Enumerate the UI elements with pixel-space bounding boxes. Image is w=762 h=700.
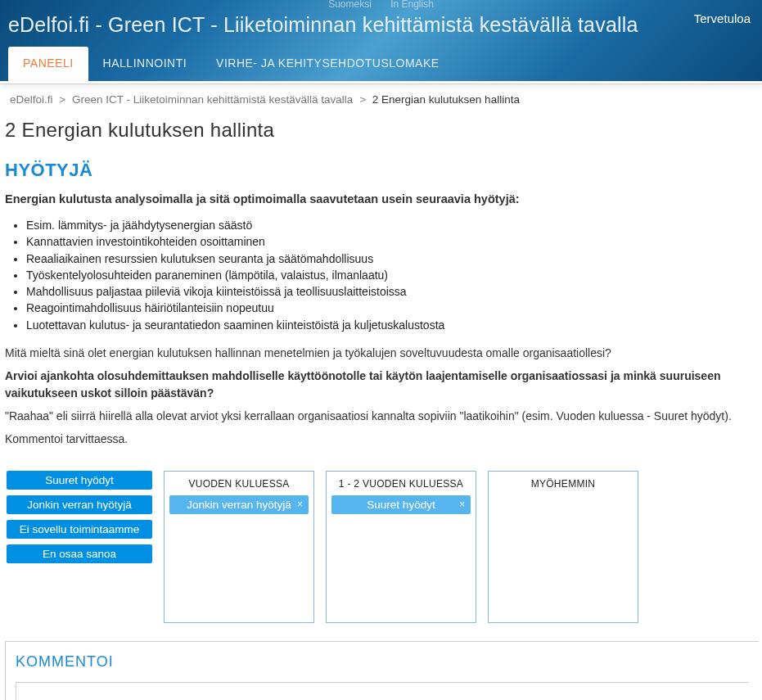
chip-jonkin-verran[interactable]: Jonkin verran hyötyjä [7,495,152,514]
comment-title: KOMMENTOI [16,653,749,671]
drop-col-myohemmin[interactable]: MYÖHEMMIN [488,471,638,623]
comment-section: KOMMENTOI [5,641,759,700]
section-heading: HYÖTYJÄ [5,160,759,181]
breadcrumb-sep: > [59,93,65,106]
drop-col-title: 1 - 2 VUODEN KULUESSA [331,478,471,490]
drag-board: Suuret hyödyt Jonkin verran hyötyjä Ei s… [7,471,759,623]
instruction-drag: "Raahaa" eli siirrä hiirellä alla olevat… [5,408,757,424]
comment-textarea[interactable] [16,682,749,700]
chip-ei-sovellu[interactable]: Ei sovellu toimintaamme [7,520,152,539]
header: Suomeksi In English Tervetuloa eDelfoi.f… [0,0,762,81]
lang-bar: Suomeksi In English [0,0,762,5]
drop-col-1-2-vuoden[interactable]: 1 - 2 VUODEN KULUESSA Suuret hyödyt × [326,471,476,623]
lang-fi-link[interactable]: Suomeksi [328,0,372,10]
dropped-chip[interactable]: Jonkin verran hyötyjä × [169,495,309,514]
breadcrumb-sep: > [359,93,366,106]
close-icon[interactable]: × [297,499,303,510]
benefits-list: Esim. lämmitys- ja jäähdytysenergian sää… [26,217,759,333]
chip-label: Jonkin verran hyötyjä [187,499,291,511]
list-item: Kannattavien investointikohteiden osoitt… [26,233,759,250]
source-column: Suuret hyödyt Jonkin verran hyötyjä Ei s… [7,471,152,623]
lang-en-link[interactable]: In English [390,0,434,10]
breadcrumb-project[interactable]: Green ICT - Liiketoiminnan kehittämistä … [72,93,353,106]
content: 2 Energian kulutuksen hallinta HYÖTYJÄ E… [0,119,762,700]
chip-suuret-hyodyt[interactable]: Suuret hyödyt [7,471,152,490]
page-title: 2 Energian kulutuksen hallinta [5,119,759,142]
chip-en-osaa-sanoa[interactable]: En osaa sanoa [7,544,152,563]
list-item: Luotettavan kulutus- ja seurantatiedon s… [26,317,759,333]
list-item: Työskentelyolosuhteiden paraneminen (läm… [26,267,759,283]
list-item: Reagointimahdollisuus häiriötilanteisiin… [26,300,759,316]
breadcrumb: eDelfoi.fi > Green ICT - Liiketoiminnan … [0,84,762,114]
welcome-label: Tervetuloa [694,11,751,25]
tab-hallinnointi[interactable]: HALLINNOINTI [88,47,201,81]
question-2: Arvioi ajankohta olosuhdemittauksen mahd… [5,368,757,401]
list-item: Esim. lämmitys- ja jäähdytysenergian sää… [26,217,759,233]
chip-label: Suuret hyödyt [367,499,435,511]
list-item: Reaaliaikainen resurssien kulutuksen seu… [26,251,759,267]
drop-col-title: MYÖHEMMIN [494,478,633,490]
tab-paneeli[interactable]: PANEELI [8,47,88,81]
tab-virhe[interactable]: VIRHE- JA KEHITYSEHDOTUSLOMAKE [201,47,454,81]
drop-col-vuoden-kuluessa[interactable]: VUODEN KULUESSA Jonkin verran hyötyjä × [164,471,314,623]
drop-col-title: VUODEN KULUESSA [169,478,309,490]
question-1: Mitä mieltä sinä olet energian kulutukse… [5,345,757,361]
list-item: Mahdollisuus paljastaa piileviä vikoja k… [26,283,759,300]
instruction-comment: Kommentoi tarvittaessa. [5,431,757,447]
dropped-chip[interactable]: Suuret hyödyt × [331,495,471,514]
site-title: eDelfoi.fi - Green ICT - Liiketoiminnan … [0,8,762,47]
breadcrumb-current: 2 Energian kulutuksen hallinta [372,93,520,106]
breadcrumb-home[interactable]: eDelfoi.fi [10,93,53,106]
close-icon[interactable]: × [459,499,465,510]
intro-text: Energian kulutusta analysoimalla ja sitä… [5,192,759,205]
nav-tabs: PANEELI HALLINNOINTI VIRHE- JA KEHITYSEH… [0,47,762,81]
